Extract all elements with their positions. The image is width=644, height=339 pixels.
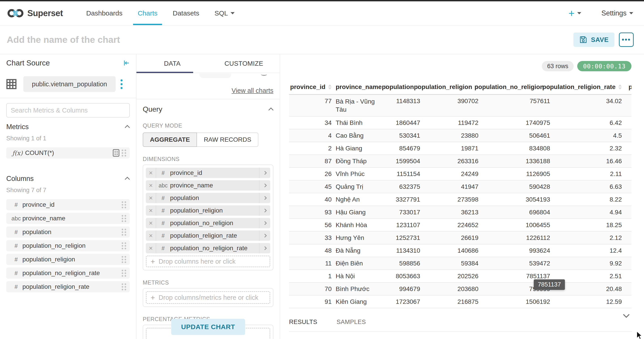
text-type-icon: abc	[10, 215, 22, 222]
column-header-province_name[interactable]: province_name	[332, 80, 381, 94]
settings-label: Settings	[602, 9, 626, 17]
table-cell: 91	[289, 295, 332, 308]
column-item[interactable]: #population_no_religion	[6, 240, 130, 251]
dataset-options-kebab-icon[interactable]	[120, 79, 122, 89]
update-chart-button[interactable]: UPDATE CHART	[171, 319, 245, 335]
query-mode-raw-records[interactable]: RAW RECORDS	[196, 133, 258, 147]
expand-dimension-icon[interactable]	[259, 168, 270, 178]
expand-dimension-icon[interactable]	[259, 218, 270, 228]
numeric-type-icon: #	[156, 195, 170, 201]
expand-dimension-icon[interactable]	[259, 180, 270, 191]
column-item[interactable]: #province_id	[6, 199, 130, 210]
dimension-chip[interactable]: ×abcprovince_name	[146, 180, 270, 191]
table-cell: 8.22	[550, 193, 622, 206]
column-header-population_religion_rate[interactable]: population_religion_rate	[550, 80, 622, 94]
dimension-chip[interactable]: ×#population_no_religion_rate	[146, 243, 270, 253]
drag-handle-icon[interactable]	[122, 283, 126, 290]
remove-dimension-icon[interactable]: ×	[146, 230, 156, 241]
chevron-down-icon	[230, 12, 234, 14]
search-metrics-columns-input[interactable]	[6, 103, 130, 118]
collapse-results-icon[interactable]	[622, 313, 630, 318]
dimension-chip[interactable]: ×#province_id	[146, 168, 270, 178]
table-cell: 6.42	[550, 117, 622, 129]
dimension-chip[interactable]: ×#population_religion	[146, 205, 270, 216]
tab-customize[interactable]: CUSTOMIZE	[208, 54, 280, 73]
superset-logo	[7, 8, 24, 19]
remove-dimension-icon[interactable]: ×	[146, 168, 156, 178]
table-cell: 1	[289, 270, 332, 282]
nav-item-datasets[interactable]: Datasets	[165, 1, 207, 25]
drop-metrics-zone[interactable]: + Drop columns/metrics here or click	[146, 291, 270, 304]
dimension-chip[interactable]: ×#population_religion_rate	[146, 230, 270, 241]
more-options-button[interactable]: •••	[619, 33, 634, 47]
column-header-population_religion[interactable]: population_religion	[420, 80, 478, 94]
new-item-button[interactable]: +	[568, 7, 581, 19]
table-cell: 854679	[381, 142, 420, 154]
drag-handle-icon[interactable]	[122, 242, 126, 249]
table-cell: 140686	[420, 244, 478, 257]
chart-name-input[interactable]: Add the name of the chart	[7, 35, 574, 45]
remove-dimension-icon[interactable]: ×	[146, 205, 156, 216]
column-header-province_id[interactable]: province_id	[289, 80, 332, 94]
table-row: 11Điện Biên598856593845394729.92	[289, 257, 632, 270]
drag-handle-icon[interactable]	[122, 256, 126, 263]
nav-item-charts[interactable]: Charts	[130, 1, 165, 25]
metric-item[interactable]: ƒ(x)COUNT(*)	[6, 147, 130, 159]
remove-dimension-icon[interactable]: ×	[146, 193, 156, 203]
table-cell: 34.02	[550, 95, 622, 116]
column-header-population_no_religion[interactable]: population_no_religion	[478, 80, 550, 94]
collapse-query-icon[interactable]	[268, 107, 274, 113]
results-footer-tabs: RESULTSSAMPLES	[289, 318, 632, 325]
save-button[interactable]: SAVE	[574, 33, 614, 47]
nav-item-sql[interactable]: SQL	[207, 1, 242, 25]
drag-handle-icon[interactable]	[122, 215, 126, 222]
column-item[interactable]: abcprovince_name	[6, 213, 130, 224]
dataset-selector[interactable]: public.vietnam_population	[23, 76, 116, 92]
drag-handle-icon[interactable]	[122, 150, 126, 157]
expand-dimension-icon[interactable]	[259, 243, 270, 253]
view-all-charts-link[interactable]: View all charts	[143, 87, 274, 94]
remove-dimension-icon[interactable]: ×	[146, 180, 156, 191]
sort-icon[interactable]	[618, 85, 622, 90]
column-item[interactable]: #population_religion_rate	[6, 281, 130, 292]
footer-tab-samples[interactable]: SAMPLES	[336, 318, 366, 325]
table-cell: 202526	[420, 270, 478, 282]
expand-dimension-icon[interactable]	[259, 193, 270, 203]
table-cell: 24249	[420, 168, 478, 180]
column-item[interactable]: #population_religion	[6, 254, 130, 265]
remove-dimension-icon[interactable]: ×	[146, 243, 156, 253]
collapse-panel-icon[interactable]	[123, 60, 130, 66]
numeric-type-icon: #	[10, 283, 22, 290]
chevron-right-icon	[263, 246, 267, 250]
numeric-type-icon: #	[156, 220, 170, 226]
column-item[interactable]: #population	[6, 226, 130, 238]
table-cell	[622, 95, 632, 116]
footer-tab-results[interactable]: RESULTS	[289, 318, 317, 325]
data-controls-panel: DATACUSTOMIZE View all charts Query QUER…	[136, 54, 280, 339]
table-cell: 994679	[381, 283, 420, 295]
superset-brand[interactable]: Superset	[7, 1, 63, 25]
column-header-popu[interactable]: popu	[622, 80, 632, 94]
column-item[interactable]: #population_no_religion_rate	[6, 267, 130, 279]
tab-data[interactable]: DATA	[136, 54, 208, 73]
drop-columns-zone[interactable]: + Drop columns here or click	[146, 256, 270, 267]
nav-item-dashboards[interactable]: Dashboards	[79, 1, 130, 25]
dimension-chip[interactable]: ×#population_no_religion	[146, 218, 270, 228]
expand-dimension-icon[interactable]	[259, 230, 270, 241]
drag-handle-icon[interactable]	[122, 201, 126, 208]
collapse-metrics-icon[interactable]	[125, 125, 130, 130]
numeric-type-icon: #	[10, 256, 22, 263]
expand-dimension-icon[interactable]	[259, 205, 270, 216]
drag-handle-icon[interactable]	[122, 229, 126, 236]
table-cell: 56	[289, 219, 332, 231]
dimension-chip[interactable]: ×#population	[146, 193, 270, 203]
column-header-label: province_name	[336, 83, 382, 91]
table-cell: Quảng Trị	[332, 180, 381, 193]
drag-handle-icon[interactable]	[122, 270, 126, 277]
query-status-row: 63 rows 00:00:00.13	[289, 61, 632, 71]
collapse-columns-icon[interactable]	[125, 177, 130, 182]
settings-menu[interactable]: Settings	[602, 9, 633, 17]
query-mode-aggregate[interactable]: AGGREGATE	[143, 133, 197, 147]
remove-dimension-icon[interactable]: ×	[146, 218, 156, 228]
sort-icon[interactable]	[328, 85, 332, 90]
